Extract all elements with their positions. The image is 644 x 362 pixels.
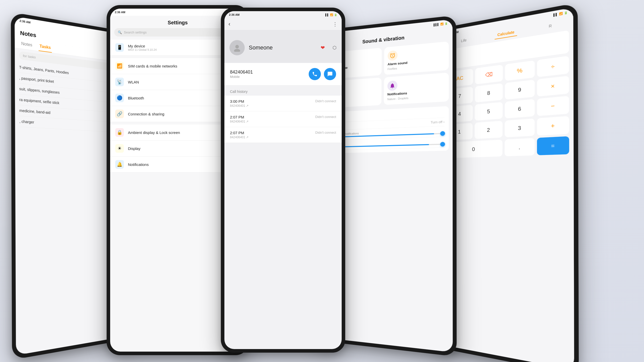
wifi-icon: 📶 (440, 22, 443, 25)
battery-icon: 🔋 (444, 22, 448, 25)
calc-equals[interactable]: = (537, 136, 569, 155)
phone-calc: 2:36 AM ▌▌ 📶 🔋 Life Calculate R AC ⌫ % ÷… (437, 3, 579, 362)
call-num-1: 842406401 ↗ (230, 104, 336, 108)
call-status-3: Didn't connect (315, 131, 336, 134)
phone-type: Mobile (230, 75, 253, 79)
back-button[interactable]: ‹ (228, 21, 230, 27)
calc-minus[interactable]: − (537, 96, 569, 116)
call-num-2: 842406401 ↗ (230, 120, 336, 123)
calc-5[interactable]: 5 (475, 102, 503, 121)
calc-multiply[interactable]: × (537, 76, 569, 97)
call-history-item[interactable]: Didn't connect 3:00 PM 842406401 ↗ (224, 96, 342, 111)
notifications-label: Notifications (128, 162, 149, 167)
time-middle: 2:36 AM (115, 11, 125, 14)
svg-point-0 (235, 45, 239, 48)
wifi-icon: 📶 (330, 13, 333, 16)
mydevice-title: My device (128, 44, 157, 48)
alarm-icon (388, 50, 398, 61)
contact-name: Someone (249, 44, 273, 51)
time-left: 2:36 AM (20, 19, 31, 24)
mydevice-sub: MIUI 11 Global 9.10.24 (128, 48, 157, 51)
call-status-1: Didn't connect (315, 99, 336, 103)
notifications-bell-icon (387, 80, 397, 91)
ambient-label: Ambient display & Lock screen (128, 130, 180, 135)
wlan-icon: 📡 (115, 78, 124, 86)
calc-2[interactable]: 2 (475, 121, 503, 139)
call-contact-area: Someone ❤ ⬡ (224, 30, 342, 63)
call-button[interactable] (309, 68, 321, 80)
calc-divide[interactable]: ÷ (537, 56, 569, 77)
status-bar-call: 2:36 AM ▌▌ 📶 🔋 (224, 11, 342, 18)
sound-card-notifications[interactable]: Notifications Nature - Droplets (384, 73, 449, 105)
call-history-item[interactable]: Didn't connect 2:07 PM 842406401 ↗ (224, 111, 342, 127)
ambient-icon: 🔒 (115, 128, 124, 137)
phone-number: 842406401 (230, 70, 253, 75)
calc-dot[interactable]: . (505, 138, 535, 156)
calls-volume-thumb[interactable] (440, 131, 445, 136)
connection-icon: 🔗 (115, 110, 124, 118)
silent-value: Turn off › (431, 120, 445, 124)
call-num-3: 842406401 ↗ (230, 135, 336, 139)
battery-icon: 🔋 (564, 11, 568, 15)
edit-contact-icon[interactable]: ⬡ (333, 45, 337, 50)
battery-icon: 🔋 (334, 13, 337, 16)
call-status-2: Didn't connect (315, 115, 336, 119)
signal-icon: ▌▌ (553, 13, 558, 16)
wifi-icon: 📶 (559, 12, 563, 15)
bluetooth-label: Bluetooth (128, 96, 144, 100)
phone-call: 2:36 AM ▌▌ 📶 🔋 ‹ ⋮ Someone ❤ ⬡ (221, 8, 345, 353)
status-icons-calc: ▌▌ 📶 🔋 (553, 11, 568, 16)
calc-3[interactable]: 3 (505, 118, 535, 137)
calc-9[interactable]: 9 (505, 80, 535, 100)
calc-backspace[interactable]: ⌫ (475, 65, 503, 84)
sound-card-alarm[interactable]: Alarm sound Fireflies (384, 41, 449, 75)
call-number-row: 842406401 Mobile (224, 63, 342, 85)
sim-icon: 📶 (115, 62, 124, 70)
call-history-label: Call history (224, 85, 342, 96)
search-placeholder: Search settings (124, 30, 147, 34)
display-label: Display (128, 146, 140, 151)
tab-life[interactable]: Life (458, 36, 469, 45)
svg-point-1 (234, 49, 240, 52)
alarm-volume-thumb[interactable] (440, 142, 445, 147)
notifications-icon: 🔔 (115, 160, 124, 169)
phone-call-screen: 2:36 AM ▌▌ 📶 🔋 ‹ ⋮ Someone ❤ ⬡ (224, 11, 342, 349)
mydevice-label: My device MIUI 11 Global 9.10.24 (128, 44, 157, 51)
status-icons-sound: ▌▌▌ 📶 🔋 (434, 22, 448, 26)
call-history-item[interactable]: Didn't connect 2:07 PM 842406401 ↗ (224, 127, 342, 143)
tab-r[interactable]: R (546, 21, 555, 31)
more-button[interactable]: ⋮ (333, 21, 338, 27)
calc-8[interactable]: 8 (475, 83, 503, 102)
call-number-info: 842406401 Mobile (230, 70, 253, 79)
tab-notes[interactable]: Notes (20, 39, 33, 50)
calc-6[interactable]: 6 (505, 99, 535, 118)
contact-avatar (229, 40, 245, 55)
wlan-label: WLAN (128, 80, 139, 84)
signal-icon: ▌▌ (325, 13, 329, 16)
status-icons-call: ▌▌ 📶 🔋 (325, 13, 337, 16)
search-icon: 🔍 (118, 30, 122, 34)
mydevice-icon: 📱 (115, 43, 124, 52)
calc-buttons: AC ⌫ % ÷ 7 8 9 × 4 5 6 − 1 2 3 + 0 . = (443, 55, 574, 162)
call-topbar: ‹ ⋮ (224, 18, 342, 30)
bluetooth-icon: 🔵 (115, 94, 124, 102)
display-icon: ☀ (115, 144, 124, 153)
sim-label: SIM cards & mobile networks (128, 64, 177, 68)
signal-icon: ▌▌▌ (434, 23, 439, 26)
calc-plus[interactable]: + (537, 116, 569, 135)
call-action-buttons (309, 68, 336, 80)
favorite-heart[interactable]: ❤ (321, 45, 325, 51)
phone-calc-screen: 2:36 AM ▌▌ 📶 🔋 Life Calculate R AC ⌫ % ÷… (441, 7, 574, 362)
message-button[interactable] (324, 68, 336, 80)
calc-percent[interactable]: % (505, 60, 535, 81)
connection-label: Connection & sharing (128, 112, 164, 116)
tab-calculate[interactable]: Calculate (495, 28, 517, 40)
time-call: 2:36 AM (229, 13, 240, 16)
